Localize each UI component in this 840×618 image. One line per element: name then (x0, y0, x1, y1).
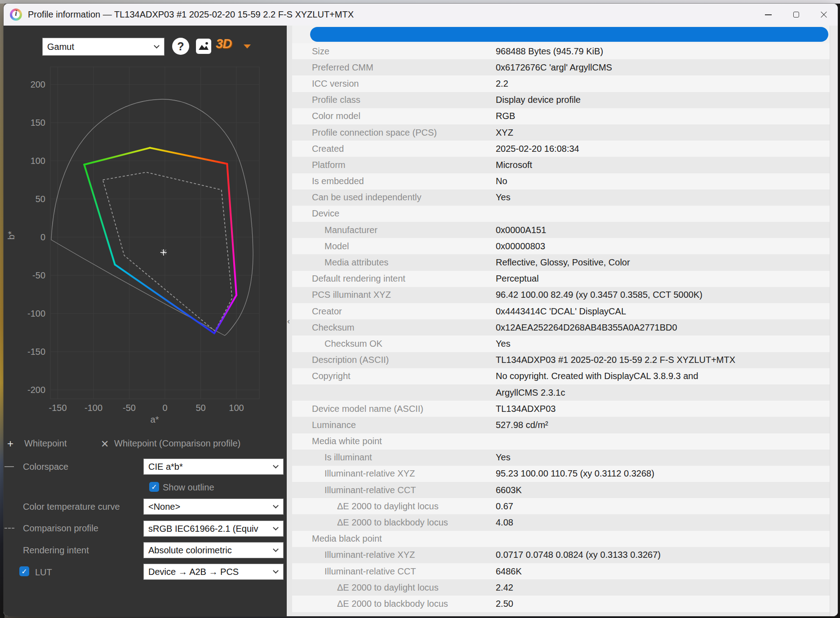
y-tick-label: 50 (36, 194, 45, 204)
table-row[interactable]: Device (292, 206, 830, 222)
y-tick-label: -200 (27, 385, 45, 395)
chevron-down-icon (273, 546, 279, 552)
row-value: TL134ADXP03 #1 2025-02-20 15-59 2.2 F-S … (496, 355, 735, 365)
table-row[interactable]: Luminance527.98 cd/m² (292, 417, 830, 433)
x-axis-label: a* (151, 415, 159, 424)
row-value: Yes (496, 452, 511, 463)
close-button[interactable] (810, 4, 838, 26)
row-label: Platform (292, 160, 496, 170)
rendering-intent-select[interactable]: Absolute colorimetric (143, 542, 284, 558)
table-row[interactable]: ΔE 2000 to daylight locus2.42 (292, 579, 830, 596)
table-row[interactable]: Description (ASCII)TL134ADXP03 #1 2025-0… (292, 352, 830, 368)
row-value: TL134ADXP03 (496, 404, 556, 414)
table-row[interactable]: Creator0x4443414C 'DCAL' DisplayCAL (292, 303, 830, 319)
color-temperature-curve-select[interactable]: <None> (143, 499, 284, 515)
gamut-chart[interactable]: -150-100-50050100200150100500-50-100-150… (4, 26, 287, 430)
row-value: 2.50 (496, 599, 513, 609)
y-tick-label: -100 (27, 309, 45, 318)
row-label: Size (292, 46, 496, 57)
colorspace-select[interactable]: CIE a*b* (143, 459, 284, 475)
y-tick-label: 200 (31, 79, 45, 89)
splitter[interactable] (287, 26, 292, 616)
comparison-profile-select[interactable]: sRGB IEC61966-2.1 (Equiv (143, 521, 284, 537)
plus-marker-icon: + (7, 437, 13, 450)
table-row[interactable]: Illuminant-relative XYZ95.23 100.00 110.… (292, 466, 830, 482)
table-row[interactable]: Profile connection space (PCS)XYZ (292, 124, 830, 141)
row-label: Device model name (ASCII) (292, 404, 496, 414)
row-label: Profile connection space (PCS) (292, 128, 496, 138)
table-row[interactable]: Illuminant-relative CCT6486K (292, 563, 830, 579)
row-label: Media attributes (292, 257, 496, 268)
row-label: PCS illuminant XYZ (292, 290, 496, 300)
minimize-button[interactable] (754, 4, 782, 26)
table-row[interactable]: Media attributesReflective, Glossy, Posi… (292, 254, 830, 270)
row-label: Illuminant-relative XYZ (292, 550, 496, 560)
x-tick-label: -100 (84, 403, 102, 413)
table-row[interactable]: Device model name (ASCII)TL134ADXP03 (292, 401, 830, 417)
table-row[interactable]: ΔE 2000 to daylight locus0.67 (292, 498, 830, 514)
row-value: 2.42 (496, 583, 513, 593)
colorspace-label: Colorspace (23, 462, 68, 472)
solid-line-icon (4, 466, 14, 467)
table-row[interactable]: PCS illuminant XYZ96.42 100.00 82.49 (xy… (292, 287, 830, 303)
show-outline-checkbox[interactable] (149, 482, 159, 492)
row-value: Yes (496, 192, 511, 203)
row-value: 2.2 (496, 79, 508, 89)
row-label: Checksum OK (292, 339, 496, 349)
table-row[interactable]: Created2025-02-20 16:08:34 (292, 141, 830, 157)
lut-checkbox[interactable] (19, 566, 29, 576)
y-tick-label: 0 (40, 232, 45, 242)
minimize-icon (765, 14, 772, 15)
row-label: Color model (292, 111, 496, 121)
spectral-locus-outline (51, 99, 253, 335)
table-row[interactable]: Color modelRGB (292, 108, 830, 124)
table-row[interactable]: Model0x00000803 (292, 238, 830, 254)
title-bar[interactable]: Profile information — TL134ADXP03 #1 202… (4, 4, 838, 26)
y-tick-label: 100 (31, 156, 45, 166)
table-row[interactable]: Checksum0x12AEA252264D268AB4B355A0A2771B… (292, 319, 830, 335)
color-temperature-curve-value: <None> (148, 502, 270, 512)
table-row[interactable]: PlatformMicrosoft (292, 157, 830, 173)
lut-transform-value: Device → A2B → PCS (148, 567, 270, 577)
profile-info-app-icon (10, 9, 22, 21)
table-row[interactable]: Default rendering intentPerceptual (292, 271, 830, 287)
table-row[interactable]: ArgyllCMS 2.3.1c (292, 384, 830, 401)
table-row[interactable]: Illuminant-relative CCT6603K (292, 482, 830, 498)
row-label: ΔE 2000 to blackbody locus (292, 517, 496, 528)
table-row[interactable]: Illuminant-relative XYZ0.0717 0.0748 0.0… (292, 547, 830, 563)
table-row[interactable]: ΔE 2000 to blackbody locus2.50 (292, 596, 830, 612)
table-row[interactable]: Size968488 Bytes (945.79 KiB) (292, 43, 830, 59)
lut-transform-select[interactable]: Device → A2B → PCS (143, 564, 284, 580)
table-row[interactable]: Media black point (292, 531, 830, 547)
table-row[interactable]: Checksum OKYes (292, 335, 830, 352)
row-value: No copyright. Created with DisplayCAL 3.… (496, 371, 698, 381)
profile-gamut-edge (115, 265, 214, 333)
row-value: Display device profile (496, 95, 581, 105)
table-row[interactable]: CopyrightNo copyright. Created with Disp… (292, 368, 830, 384)
table-row[interactable]: Preferred CMM0x6172676C 'argl' ArgyllCMS (292, 59, 830, 75)
row-label: Checksum (292, 322, 496, 333)
maximize-button[interactable] (782, 4, 810, 26)
row-label: ICC version (292, 79, 496, 89)
desktop-background: Profile information — TL134ADXP03 #1 202… (0, 0, 840, 618)
table-row[interactable]: Absolute to media relative transformBrad… (292, 612, 830, 616)
table-row[interactable]: Can be used independentlyYes (292, 190, 830, 206)
x-marker-icon: ✕ (101, 438, 109, 450)
legend-whitepoint-label: Whitepoint (24, 438, 67, 449)
table-row[interactable]: ΔE 2000 to blackbody locus4.08 (292, 514, 830, 530)
vertical-scrollbar[interactable] (830, 26, 838, 616)
legend-whitepoint-comparison-label: Whitepoint (Comparison profile) (114, 438, 240, 449)
table-row[interactable]: Is embeddedNo (292, 173, 830, 190)
table-row[interactable]: Profile classDisplay device profile (292, 92, 830, 108)
table-row[interactable]: Is illuminantYes (292, 450, 830, 466)
table-row[interactable]: Manufacturer0x0000A151 (292, 222, 830, 238)
row-label: Description (ASCII) (292, 355, 496, 365)
row-value: 96.42 100.00 82.49 (xy 0.3457 0.3585, CC… (496, 290, 702, 300)
row-label: Illuminant-relative XYZ (292, 468, 496, 479)
selected-row-highlight[interactable] (310, 27, 828, 42)
table-row[interactable]: ICC version2.2 (292, 75, 830, 92)
row-value: ArgyllCMS 2.3.1c (496, 388, 565, 398)
maximize-icon (793, 12, 799, 18)
table-row[interactable]: Media white point (292, 433, 830, 450)
row-label: Creator (292, 306, 496, 317)
